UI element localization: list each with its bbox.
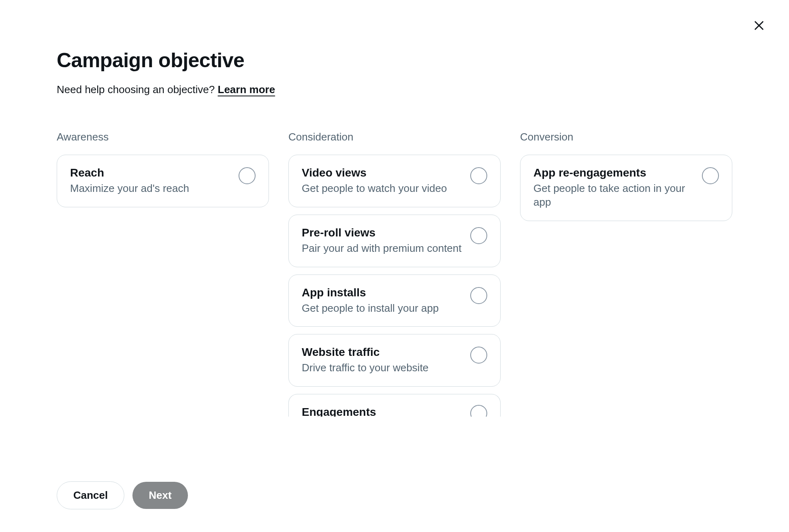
option-title: App installs (302, 286, 462, 299)
option-engagements[interactable]: Engagements (288, 394, 501, 417)
option-title: Engagements (302, 406, 462, 417)
option-app-re-engagements[interactable]: App re-engagements Get people to take ac… (520, 155, 732, 221)
column-header-conversion: Conversion (520, 131, 732, 143)
option-website-traffic[interactable]: Website traffic Drive traffic to your we… (288, 334, 501, 387)
close-button[interactable] (749, 16, 769, 36)
next-button[interactable]: Next (132, 482, 188, 509)
option-reach[interactable]: Reach Maximize your ad's reach (57, 155, 269, 207)
option-video-views[interactable]: Video views Get people to watch your vid… (288, 155, 501, 207)
option-pre-roll-views[interactable]: Pre-roll views Pair your ad with premium… (288, 215, 501, 267)
option-desc: Get people to take action in your app (533, 182, 694, 209)
option-title: Website traffic (302, 346, 462, 359)
option-content: App installs Get people to install your … (302, 286, 462, 315)
cancel-button[interactable]: Cancel (57, 481, 124, 509)
help-text-prefix: Need help choosing an objective? (57, 83, 218, 96)
column-header-consideration: Consideration (288, 131, 501, 143)
option-content: App re-engagements Get people to take ac… (533, 166, 694, 209)
option-app-installs[interactable]: App installs Get people to install your … (288, 275, 501, 327)
option-desc: Get people to install your app (302, 302, 462, 315)
option-title: Reach (70, 166, 230, 179)
objective-columns: Awareness Reach Maximize your ad's reach… (57, 131, 732, 417)
option-content: Engagements (302, 406, 462, 417)
page-title: Campaign objective (57, 49, 732, 72)
help-text: Need help choosing an objective? Learn m… (57, 83, 732, 96)
radio-icon (239, 167, 256, 184)
radio-icon (470, 347, 487, 364)
radio-icon (702, 167, 719, 184)
consideration-scroll: Video views Get people to watch your vid… (288, 155, 501, 417)
option-content: Video views Get people to watch your vid… (302, 166, 462, 196)
column-conversion: Conversion App re-engagements Get people… (520, 131, 732, 417)
radio-icon (470, 227, 487, 244)
option-title: App re-engagements (533, 166, 694, 179)
radio-icon (470, 167, 487, 184)
option-content: Reach Maximize your ad's reach (70, 166, 230, 196)
radio-icon (470, 287, 487, 304)
footer: Cancel Next (57, 481, 188, 509)
learn-more-link[interactable]: Learn more (218, 83, 275, 96)
column-awareness: Awareness Reach Maximize your ad's reach (57, 131, 269, 417)
option-content: Pre-roll views Pair your ad with premium… (302, 226, 462, 255)
option-desc: Drive traffic to your website (302, 361, 462, 375)
option-title: Pre-roll views (302, 226, 462, 239)
option-desc: Get people to watch your video (302, 182, 462, 196)
column-header-awareness: Awareness (57, 131, 269, 143)
close-icon (753, 20, 765, 32)
column-consideration: Consideration Video views Get people to … (288, 131, 501, 417)
option-desc: Maximize your ad's reach (70, 182, 230, 196)
radio-icon (470, 405, 487, 417)
option-title: Video views (302, 166, 462, 179)
option-content: Website traffic Drive traffic to your we… (302, 346, 462, 375)
option-desc: Pair your ad with premium content (302, 242, 462, 255)
